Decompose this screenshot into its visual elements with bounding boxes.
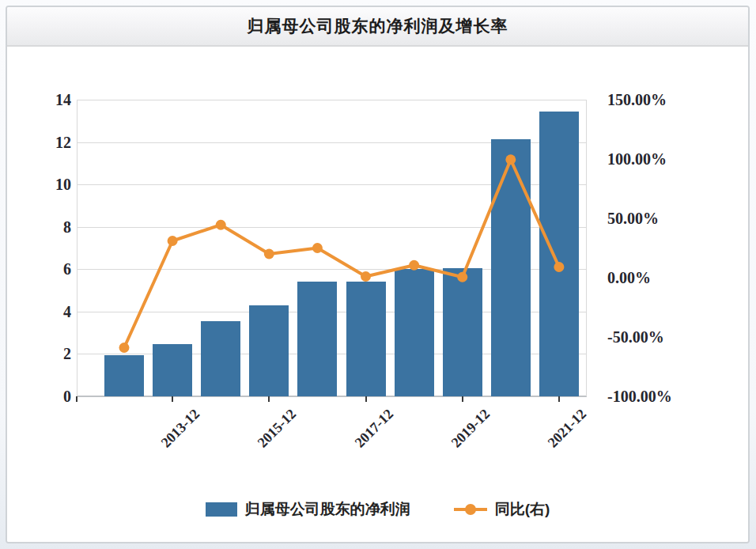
bar-series-swatch-icon (206, 502, 237, 517)
yoy-line-series (77, 100, 587, 396)
x-axis-label-text: 2017-12 (351, 406, 396, 451)
yoy-point-2015-12 (264, 249, 274, 259)
x-axis-tick-2013-12 (172, 396, 173, 402)
x-axis-tick-2017-12 (365, 396, 367, 402)
legend-item-net-profit: 归属母公司股东的净利润 (206, 499, 410, 520)
right-axis-label-50.00%: 50.00% (607, 210, 659, 227)
yoy-point-2017-12 (361, 271, 371, 282)
yoy-point-2019-12 (457, 272, 467, 282)
yoy-point-2016-12 (312, 243, 323, 253)
x-axis-tick-origin (76, 396, 77, 402)
yoy-line-path (124, 160, 559, 348)
left-axis-label-10: 10 (24, 176, 71, 193)
x-axis-label-text: 2019-12 (448, 406, 493, 451)
right-axis-label--50.00%: -50.00% (607, 328, 664, 346)
legend-label-yoy: 同比(右) (495, 499, 550, 520)
left-axis-label-8: 8 (24, 218, 71, 236)
chart-card: 归属母公司股东的净利润及增长率 02468101214150.00%100.00… (6, 6, 750, 543)
left-axis-label-14: 14 (24, 91, 71, 108)
yoy-point-2021-12 (554, 262, 564, 272)
left-axis-label-12: 12 (24, 134, 71, 151)
left-axis-label-0: 0 (24, 388, 71, 405)
legend-item-yoy: 同比(右) (454, 499, 550, 520)
chart-header: 归属母公司股东的净利润及增长率 (7, 7, 748, 47)
legend-label-net-profit: 归属母公司股东的净利润 (245, 499, 410, 520)
yoy-point-2020-12 (505, 154, 516, 165)
left-axis-label-4: 4 (24, 303, 71, 320)
x-axis-label-text: 2021-12 (544, 406, 589, 451)
line-series-swatch-icon (454, 502, 487, 517)
yoy-point-2012-12 (119, 343, 130, 353)
yoy-point-2014-12 (216, 220, 226, 230)
x-axis-label-text: 2015-12 (255, 406, 300, 451)
x-axis-tick-2015-12 (268, 396, 270, 402)
left-axis-label-2: 2 (24, 345, 71, 362)
left-axis-label-6: 6 (24, 260, 71, 278)
plot-area (77, 100, 587, 396)
x-axis-tick-2019-12 (462, 396, 463, 402)
right-axis-label-150.00%: 150.00% (607, 91, 667, 108)
yoy-point-2013-12 (168, 236, 178, 246)
legend: 归属母公司股东的净利润 同比(右) (7, 499, 748, 520)
right-axis-label-0.00%: 0.00% (607, 269, 651, 286)
right-axis-label-100.00%: 100.00% (607, 150, 667, 168)
chart-title: 归属母公司股东的净利润及增长率 (248, 15, 508, 37)
x-axis-label-text: 2013-12 (158, 406, 203, 451)
chart-region: 02468101214150.00%100.00%50.00%0.00%-50.… (7, 47, 748, 543)
right-axis-label--100.00%: -100.00% (607, 388, 672, 405)
line-swatch-dot (465, 504, 476, 515)
x-axis-tick-2021-12 (558, 396, 560, 402)
yoy-point-2018-12 (409, 260, 419, 271)
